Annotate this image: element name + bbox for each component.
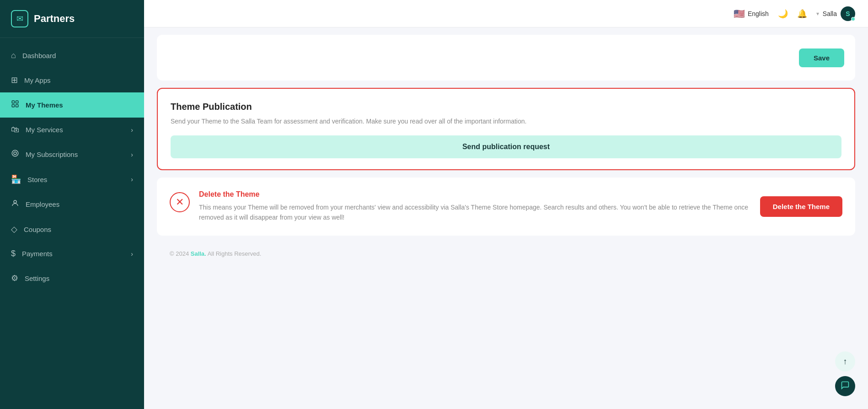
svg-rect-1 <box>16 101 18 103</box>
dashboard-icon: ⌂ <box>11 51 16 60</box>
coupons-icon: ◇ <box>11 224 17 234</box>
delete-description: This means your Theme will be removed fr… <box>199 202 751 223</box>
employees-icon <box>11 199 19 210</box>
user-menu[interactable]: ▾ Salla S <box>816 6 855 21</box>
svg-rect-3 <box>16 105 18 107</box>
chevron-right-icon: › <box>131 151 133 158</box>
chat-button[interactable] <box>835 376 855 396</box>
sidebar-item-label: My Subscriptions <box>26 151 78 158</box>
svg-point-5 <box>14 152 16 155</box>
sidebar-item-my-services[interactable]: 🛍 My Services › <box>0 118 144 142</box>
sidebar-item-coupons[interactable]: ◇ Coupons <box>0 217 144 242</box>
sidebar-nav: ⌂ Dashboard ⊞ My Apps My Themes 🛍 My Ser… <box>0 38 144 409</box>
theme-publication-card: Theme Publication Send your Theme to the… <box>157 88 855 170</box>
scroll-to-top-button[interactable]: ↑ <box>835 351 855 371</box>
avatar-online-dot <box>851 17 855 21</box>
delete-content: Delete the Theme This means your Theme w… <box>199 190 751 223</box>
sidebar-item-dashboard[interactable]: ⌂ Dashboard <box>0 43 144 68</box>
delete-theme-card: ✕ Delete the Theme This means your Theme… <box>157 178 855 236</box>
svg-point-4 <box>12 150 18 156</box>
sidebar-item-label: Employees <box>26 200 59 208</box>
services-icon: 🛍 <box>11 125 19 135</box>
delete-warning-icon: ✕ <box>170 192 190 212</box>
publication-title: Theme Publication <box>171 102 841 112</box>
dark-mode-icon[interactable]: 🌙 <box>778 9 788 19</box>
sidebar-item-my-subscriptions[interactable]: My Subscriptions › <box>0 142 144 167</box>
sidebar-item-stores[interactable]: 🏪 Stores › <box>0 167 144 192</box>
language-label: English <box>748 10 769 17</box>
header: 🇺🇸 English 🌙 🔔 ▾ Salla S <box>144 0 868 27</box>
footer-rights: All Rights Reserved. <box>208 250 262 257</box>
user-dropdown-arrow: ▾ <box>816 11 819 17</box>
sidebar: ✉ Partners ⌂ Dashboard ⊞ My Apps My The <box>0 0 144 409</box>
fab-container: ↑ <box>835 351 855 396</box>
stores-icon: 🏪 <box>11 174 21 184</box>
sidebar-item-label: Coupons <box>24 226 51 233</box>
user-name: Salla <box>823 10 837 17</box>
arrow-up-icon: ↑ <box>843 357 847 366</box>
save-card: Save <box>157 35 855 81</box>
chevron-right-icon: › <box>131 126 133 134</box>
language-selector[interactable]: 🇺🇸 English <box>734 8 769 19</box>
logo-text: Partners <box>34 13 75 25</box>
sidebar-item-my-apps[interactable]: ⊞ My Apps <box>0 68 144 92</box>
publication-description: Send your Theme to the Salla Team for as… <box>171 117 841 126</box>
sidebar-item-label: My Apps <box>24 76 51 84</box>
flag-icon: 🇺🇸 <box>734 8 745 19</box>
avatar: S <box>841 6 855 21</box>
send-publication-button[interactable]: Send publication request <box>171 135 841 158</box>
notifications-icon[interactable]: 🔔 <box>797 9 807 19</box>
sidebar-item-label: Settings <box>25 274 49 282</box>
sidebar-item-my-themes[interactable]: My Themes <box>0 92 144 118</box>
themes-icon <box>11 100 19 110</box>
sidebar-logo[interactable]: ✉ Partners <box>0 0 144 38</box>
sidebar-item-label: My Services <box>26 126 63 134</box>
subscriptions-icon <box>11 149 19 160</box>
content-area: Save Theme Publication Send your Theme t… <box>144 27 868 409</box>
svg-rect-2 <box>12 105 14 107</box>
sidebar-item-employees[interactable]: Employees <box>0 192 144 217</box>
save-button[interactable]: Save <box>799 48 844 67</box>
sidebar-item-label: Dashboard <box>22 52 56 59</box>
sidebar-item-payments[interactable]: $ Payments › <box>0 242 144 266</box>
chevron-right-icon: › <box>131 176 133 183</box>
sidebar-item-label: My Themes <box>26 101 63 109</box>
logo-icon: ✉ <box>11 10 28 27</box>
payments-icon: $ <box>11 249 16 258</box>
delete-theme-button[interactable]: Delete the Theme <box>760 196 842 217</box>
footer-brand: Salla. <box>191 250 206 257</box>
footer-copyright: © 2024 <box>170 250 189 257</box>
apps-icon: ⊞ <box>11 75 18 85</box>
footer: © 2024 Salla. All Rights Reserved. <box>157 243 855 264</box>
sidebar-item-label: Payments <box>22 250 53 258</box>
settings-icon: ⚙ <box>11 273 18 283</box>
svg-point-6 <box>14 200 16 203</box>
sidebar-item-settings[interactable]: ⚙ Settings <box>0 266 144 291</box>
main-area: 🇺🇸 English 🌙 🔔 ▾ Salla S Save Theme Publ… <box>144 0 868 409</box>
svg-rect-0 <box>12 101 14 103</box>
chevron-right-icon: › <box>131 250 133 258</box>
sidebar-item-label: Stores <box>27 176 47 183</box>
chat-icon <box>841 381 850 392</box>
delete-title: Delete the Theme <box>199 190 751 199</box>
